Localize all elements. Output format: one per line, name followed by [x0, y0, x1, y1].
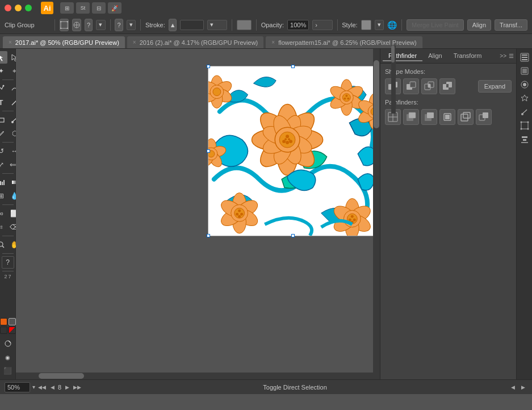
- svg-rect-129: [522, 59, 527, 60]
- handle-tm: [291, 65, 295, 68]
- opacity-display[interactable]: 100%: [287, 20, 309, 30]
- tab-pathfinder[interactable]: Pathfinder: [383, 51, 422, 61]
- tab-2017[interactable]: × 2017.ai* @ 50% (RGB/GPU Preview): [2, 36, 125, 48]
- stroke-up-btn[interactable]: ▲: [169, 19, 177, 31]
- layout-icon[interactable]: ⊟: [92, 2, 106, 14]
- rotate-btn[interactable]: ↺: [0, 145, 7, 157]
- merge-live-paint-btn[interactable]: Merge Live Paint: [407, 19, 464, 31]
- last-page-btn[interactable]: ▶▶: [73, 383, 82, 392]
- rocket-icon[interactable]: 🚀: [108, 2, 122, 14]
- align-panel-btn[interactable]: [518, 133, 531, 145]
- next-page-btn[interactable]: ▶: [62, 383, 72, 392]
- intersect-btn[interactable]: [421, 78, 437, 94]
- opacity-arrow[interactable]: ›: [312, 20, 332, 30]
- panel-tab-bar: Pathfinder Align Transform >> ☰: [380, 49, 516, 64]
- merge-btn[interactable]: [421, 109, 437, 125]
- panel-scrollbar[interactable]: [391, 45, 396, 114]
- transform-btn[interactable]: Transf...: [495, 19, 527, 31]
- stroke-swatch-tool[interactable]: [9, 318, 16, 325]
- first-page-btn[interactable]: ◀◀: [37, 383, 47, 392]
- zoom-dropdown-arrow[interactable]: ▾: [32, 384, 35, 390]
- stroke-swatch: [237, 20, 252, 30]
- question-btn[interactable]: ?: [85, 19, 93, 31]
- align-btn[interactable]: Align: [467, 19, 491, 31]
- stroke-input[interactable]: [180, 20, 204, 30]
- tab-close-2016[interactable]: ×: [133, 39, 136, 45]
- magic-wand-btn[interactable]: ✦: [0, 65, 7, 77]
- expand-btn[interactable]: Expand: [478, 80, 512, 93]
- stroke-dropdown[interactable]: ▾: [207, 20, 227, 30]
- horizontal-scroll-thumb[interactable]: [39, 373, 84, 379]
- svg-rect-106: [410, 82, 416, 87]
- panel-tab-more[interactable]: >>: [500, 53, 506, 59]
- panel-scroll-thumb[interactable]: [391, 45, 395, 62]
- horizontal-scrollbar[interactable]: [16, 373, 373, 379]
- artboards-panel-btn[interactable]: [518, 65, 531, 77]
- page-navigation: ◀◀ ◀ 8 ▶ ▶▶: [37, 383, 82, 392]
- question-dropdown[interactable]: ▾: [96, 20, 105, 30]
- prev-page-btn[interactable]: ◀: [48, 383, 57, 392]
- svg-point-1: [60, 21, 62, 23]
- rect-btn[interactable]: [0, 114, 7, 126]
- graph-btn[interactable]: [0, 176, 7, 189]
- tab-transform[interactable]: Transform: [448, 51, 488, 61]
- color-mode-btn[interactable]: [2, 337, 14, 350]
- eyedrop-small-btn[interactable]: ◉: [2, 351, 14, 363]
- brushes-panel-btn[interactable]: [518, 106, 531, 118]
- tab-align[interactable]: Align: [422, 51, 447, 61]
- statusbar: 50% ▾ ◀◀ ◀ 8 ▶ ▶▶ Toggle Direct Selectio…: [0, 379, 532, 394]
- tab-2016[interactable]: × 2016 (2).ai* @ 4.17% (RGB/GPU Preview): [127, 36, 264, 48]
- mesh-btn[interactable]: ⊞: [0, 190, 7, 202]
- help-btn[interactable]: ?: [115, 19, 123, 31]
- svg-rect-125: [483, 112, 488, 118]
- layer-indicators: 2 7: [4, 274, 11, 279]
- minus-front-btn[interactable]: [403, 78, 419, 94]
- blend-btn[interactable]: ∞: [0, 207, 7, 220]
- crop-btn[interactable]: [439, 109, 455, 125]
- pathfinder-panel-container: Pathfinder Align Transform >> ☰ Shape Mo…: [380, 49, 516, 379]
- question-tool-btn[interactable]: ?: [2, 256, 14, 269]
- slice-btn[interactable]: ⌗: [0, 221, 7, 233]
- close-button[interactable]: [5, 5, 11, 11]
- panel-menu-icon[interactable]: ☰: [509, 53, 514, 59]
- help-dropdown[interactable]: ▾: [127, 20, 136, 30]
- minimize-button[interactable]: [15, 5, 22, 11]
- tab-close-flower[interactable]: ×: [271, 39, 275, 45]
- toolbar-separator-3: [140, 19, 141, 31]
- scale-btn[interactable]: ⤢: [0, 158, 7, 171]
- zoom-display[interactable]: 50%: [5, 382, 30, 392]
- outline-btn[interactable]: [458, 109, 474, 125]
- screen-mode-btn[interactable]: ⬛: [2, 365, 14, 377]
- selection-tool-btn[interactable]: [0, 51, 7, 64]
- pencil-btn[interactable]: [0, 127, 7, 140]
- status-next-btn[interactable]: ▶: [518, 383, 527, 392]
- svg-rect-119: [427, 112, 434, 118]
- swatches-panel-btn[interactable]: [518, 78, 531, 91]
- layers-panel-btn[interactable]: [518, 51, 531, 64]
- grid-icon[interactable]: ⊞: [60, 2, 74, 14]
- fill-swatch[interactable]: [0, 318, 7, 325]
- symbols-panel-btn[interactable]: [518, 92, 531, 104]
- transform-controls-btn[interactable]: [60, 19, 69, 31]
- type-btn[interactable]: T: [0, 96, 7, 108]
- svg-point-40: [282, 140, 286, 143]
- svg-rect-0: [61, 22, 68, 28]
- st-icon[interactable]: St: [76, 2, 90, 14]
- trim-btn[interactable]: [403, 109, 419, 125]
- minus-back-btn[interactable]: [476, 109, 492, 125]
- tab-close-2017[interactable]: ×: [9, 39, 12, 45]
- transform-panel-btn[interactable]: [518, 119, 531, 132]
- svg-rect-140: [522, 136, 527, 138]
- style-dropdown[interactable]: ▾: [375, 20, 384, 30]
- globe-icon[interactable]: 🌐: [387, 19, 397, 31]
- style-swatch[interactable]: [361, 20, 371, 30]
- vertical-scroll-thumb[interactable]: [374, 60, 379, 128]
- status-prev-btn[interactable]: ◀: [508, 383, 517, 392]
- constrain-btn[interactable]: [72, 19, 81, 31]
- zoom-btn[interactable]: [0, 239, 7, 251]
- maximize-button[interactable]: [25, 5, 32, 11]
- vertical-scrollbar[interactable]: [373, 49, 380, 379]
- pen-btn[interactable]: [0, 82, 7, 95]
- tab-flowerpattern[interactable]: × flowerpattern15.ai* @ 6.25% (RGB/Pixel…: [265, 36, 422, 48]
- exclude-btn[interactable]: [439, 78, 455, 94]
